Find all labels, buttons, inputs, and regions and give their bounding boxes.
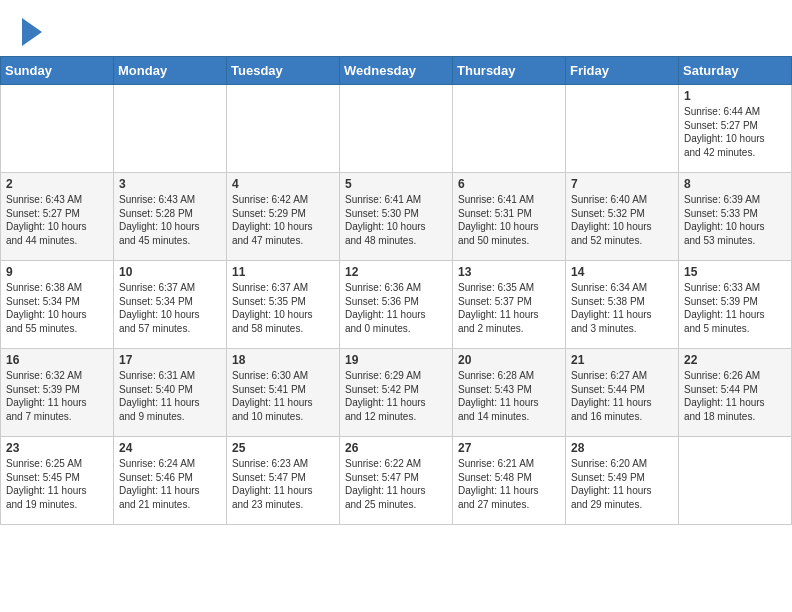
day-cell: 22Sunrise: 6:26 AM Sunset: 5:44 PM Dayli… (679, 349, 792, 437)
day-cell: 27Sunrise: 6:21 AM Sunset: 5:48 PM Dayli… (453, 437, 566, 525)
day-cell: 20Sunrise: 6:28 AM Sunset: 5:43 PM Dayli… (453, 349, 566, 437)
day-cell: 26Sunrise: 6:22 AM Sunset: 5:47 PM Dayli… (340, 437, 453, 525)
day-info: Sunrise: 6:41 AM Sunset: 5:30 PM Dayligh… (345, 193, 447, 247)
logo-icon (22, 18, 42, 46)
day-cell: 12Sunrise: 6:36 AM Sunset: 5:36 PM Dayli… (340, 261, 453, 349)
day-number: 6 (458, 177, 560, 191)
day-number: 11 (232, 265, 334, 279)
day-cell: 16Sunrise: 6:32 AM Sunset: 5:39 PM Dayli… (1, 349, 114, 437)
day-info: Sunrise: 6:22 AM Sunset: 5:47 PM Dayligh… (345, 457, 447, 511)
day-info: Sunrise: 6:21 AM Sunset: 5:48 PM Dayligh… (458, 457, 560, 511)
day-number: 25 (232, 441, 334, 455)
day-info: Sunrise: 6:26 AM Sunset: 5:44 PM Dayligh… (684, 369, 786, 423)
day-info: Sunrise: 6:39 AM Sunset: 5:33 PM Dayligh… (684, 193, 786, 247)
day-info: Sunrise: 6:37 AM Sunset: 5:35 PM Dayligh… (232, 281, 334, 335)
weekday-header-sunday: Sunday (1, 57, 114, 85)
day-info: Sunrise: 6:35 AM Sunset: 5:37 PM Dayligh… (458, 281, 560, 335)
day-cell: 19Sunrise: 6:29 AM Sunset: 5:42 PM Dayli… (340, 349, 453, 437)
week-row-2: 2Sunrise: 6:43 AM Sunset: 5:27 PM Daylig… (1, 173, 792, 261)
day-info: Sunrise: 6:41 AM Sunset: 5:31 PM Dayligh… (458, 193, 560, 247)
page: SundayMondayTuesdayWednesdayThursdayFrid… (0, 0, 792, 612)
header (0, 0, 792, 56)
day-cell: 15Sunrise: 6:33 AM Sunset: 5:39 PM Dayli… (679, 261, 792, 349)
day-cell: 10Sunrise: 6:37 AM Sunset: 5:34 PM Dayli… (114, 261, 227, 349)
day-info: Sunrise: 6:37 AM Sunset: 5:34 PM Dayligh… (119, 281, 221, 335)
day-cell (679, 437, 792, 525)
day-number: 28 (571, 441, 673, 455)
weekday-header-monday: Monday (114, 57, 227, 85)
day-info: Sunrise: 6:30 AM Sunset: 5:41 PM Dayligh… (232, 369, 334, 423)
day-cell: 21Sunrise: 6:27 AM Sunset: 5:44 PM Dayli… (566, 349, 679, 437)
day-cell: 14Sunrise: 6:34 AM Sunset: 5:38 PM Dayli… (566, 261, 679, 349)
day-number: 5 (345, 177, 447, 191)
day-info: Sunrise: 6:25 AM Sunset: 5:45 PM Dayligh… (6, 457, 108, 511)
weekday-header-saturday: Saturday (679, 57, 792, 85)
day-number: 12 (345, 265, 447, 279)
day-cell: 13Sunrise: 6:35 AM Sunset: 5:37 PM Dayli… (453, 261, 566, 349)
day-number: 23 (6, 441, 108, 455)
day-info: Sunrise: 6:32 AM Sunset: 5:39 PM Dayligh… (6, 369, 108, 423)
day-number: 26 (345, 441, 447, 455)
day-number: 16 (6, 353, 108, 367)
day-info: Sunrise: 6:43 AM Sunset: 5:28 PM Dayligh… (119, 193, 221, 247)
day-info: Sunrise: 6:42 AM Sunset: 5:29 PM Dayligh… (232, 193, 334, 247)
day-cell: 9Sunrise: 6:38 AM Sunset: 5:34 PM Daylig… (1, 261, 114, 349)
weekday-header-row: SundayMondayTuesdayWednesdayThursdayFrid… (1, 57, 792, 85)
day-number: 1 (684, 89, 786, 103)
day-cell: 17Sunrise: 6:31 AM Sunset: 5:40 PM Dayli… (114, 349, 227, 437)
svg-marker-0 (22, 18, 42, 46)
day-cell (453, 85, 566, 173)
day-number: 19 (345, 353, 447, 367)
day-number: 8 (684, 177, 786, 191)
day-info: Sunrise: 6:27 AM Sunset: 5:44 PM Dayligh… (571, 369, 673, 423)
day-cell: 11Sunrise: 6:37 AM Sunset: 5:35 PM Dayli… (227, 261, 340, 349)
day-cell (114, 85, 227, 173)
week-row-3: 9Sunrise: 6:38 AM Sunset: 5:34 PM Daylig… (1, 261, 792, 349)
day-number: 13 (458, 265, 560, 279)
day-info: Sunrise: 6:36 AM Sunset: 5:36 PM Dayligh… (345, 281, 447, 335)
day-info: Sunrise: 6:29 AM Sunset: 5:42 PM Dayligh… (345, 369, 447, 423)
day-number: 24 (119, 441, 221, 455)
day-info: Sunrise: 6:44 AM Sunset: 5:27 PM Dayligh… (684, 105, 786, 159)
day-cell: 28Sunrise: 6:20 AM Sunset: 5:49 PM Dayli… (566, 437, 679, 525)
day-info: Sunrise: 6:20 AM Sunset: 5:49 PM Dayligh… (571, 457, 673, 511)
day-cell: 2Sunrise: 6:43 AM Sunset: 5:27 PM Daylig… (1, 173, 114, 261)
day-cell: 4Sunrise: 6:42 AM Sunset: 5:29 PM Daylig… (227, 173, 340, 261)
day-cell (340, 85, 453, 173)
week-row-5: 23Sunrise: 6:25 AM Sunset: 5:45 PM Dayli… (1, 437, 792, 525)
day-cell: 23Sunrise: 6:25 AM Sunset: 5:45 PM Dayli… (1, 437, 114, 525)
day-number: 2 (6, 177, 108, 191)
day-number: 10 (119, 265, 221, 279)
day-number: 14 (571, 265, 673, 279)
day-info: Sunrise: 6:43 AM Sunset: 5:27 PM Dayligh… (6, 193, 108, 247)
day-cell: 3Sunrise: 6:43 AM Sunset: 5:28 PM Daylig… (114, 173, 227, 261)
day-number: 27 (458, 441, 560, 455)
day-cell (566, 85, 679, 173)
day-info: Sunrise: 6:34 AM Sunset: 5:38 PM Dayligh… (571, 281, 673, 335)
day-info: Sunrise: 6:40 AM Sunset: 5:32 PM Dayligh… (571, 193, 673, 247)
day-number: 22 (684, 353, 786, 367)
day-cell: 5Sunrise: 6:41 AM Sunset: 5:30 PM Daylig… (340, 173, 453, 261)
day-info: Sunrise: 6:31 AM Sunset: 5:40 PM Dayligh… (119, 369, 221, 423)
weekday-header-tuesday: Tuesday (227, 57, 340, 85)
calendar: SundayMondayTuesdayWednesdayThursdayFrid… (0, 56, 792, 525)
day-cell: 25Sunrise: 6:23 AM Sunset: 5:47 PM Dayli… (227, 437, 340, 525)
day-number: 9 (6, 265, 108, 279)
day-cell: 6Sunrise: 6:41 AM Sunset: 5:31 PM Daylig… (453, 173, 566, 261)
day-number: 15 (684, 265, 786, 279)
day-number: 4 (232, 177, 334, 191)
day-info: Sunrise: 6:28 AM Sunset: 5:43 PM Dayligh… (458, 369, 560, 423)
day-cell (1, 85, 114, 173)
day-number: 21 (571, 353, 673, 367)
weekday-header-friday: Friday (566, 57, 679, 85)
weekday-header-wednesday: Wednesday (340, 57, 453, 85)
day-info: Sunrise: 6:33 AM Sunset: 5:39 PM Dayligh… (684, 281, 786, 335)
week-row-4: 16Sunrise: 6:32 AM Sunset: 5:39 PM Dayli… (1, 349, 792, 437)
day-info: Sunrise: 6:24 AM Sunset: 5:46 PM Dayligh… (119, 457, 221, 511)
day-number: 18 (232, 353, 334, 367)
day-cell: 8Sunrise: 6:39 AM Sunset: 5:33 PM Daylig… (679, 173, 792, 261)
day-info: Sunrise: 6:38 AM Sunset: 5:34 PM Dayligh… (6, 281, 108, 335)
weekday-header-thursday: Thursday (453, 57, 566, 85)
day-cell (227, 85, 340, 173)
day-cell: 18Sunrise: 6:30 AM Sunset: 5:41 PM Dayli… (227, 349, 340, 437)
